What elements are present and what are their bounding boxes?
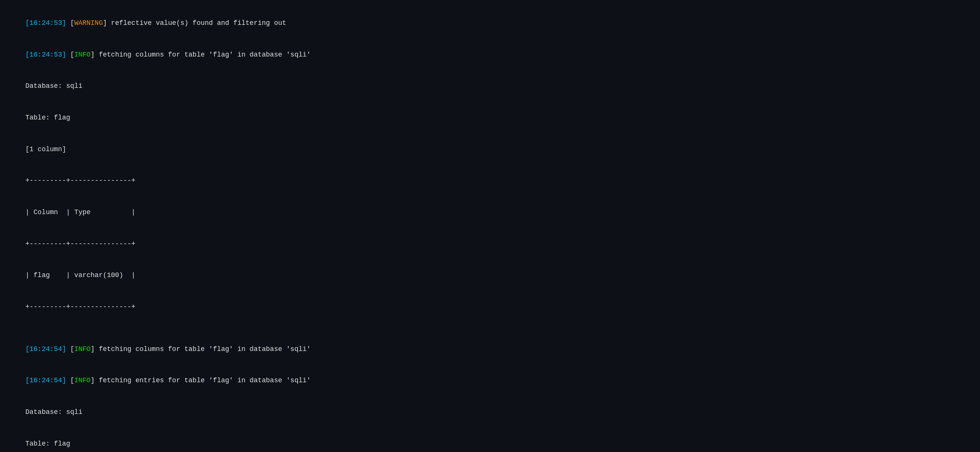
level-info-12: INFO: [74, 377, 91, 384]
text-border-3: +---------+---------------+: [25, 303, 135, 311]
level-warning-1: WARNING: [74, 19, 103, 27]
line-12: [16:24:54] [INFO] fetching entries for t…: [9, 365, 971, 396]
line-2: [16:24:53] [INFO] fetching columns for t…: [9, 39, 971, 71]
table-border-3: +---------+---------------+: [9, 292, 971, 323]
text-header: | Column | Type |: [25, 208, 135, 216]
timestamp-1: [16:24:53]: [25, 19, 66, 27]
text-row-1: | flag | varchar(100) |: [25, 271, 135, 279]
text-5: [1 column]: [25, 146, 66, 153]
table-border-2: +---------+---------------+: [9, 228, 971, 260]
line-4: Table: flag: [9, 102, 971, 134]
spacer-1: [9, 323, 971, 334]
text-13: Database: sqli: [25, 408, 82, 416]
text-3: Database: sqli: [25, 82, 82, 90]
text-11b: ] fetching columns for table 'flag' in d…: [91, 345, 310, 353]
text-12a: [: [66, 377, 74, 384]
line-5: [1 column]: [9, 134, 971, 165]
level-info-11: INFO: [74, 345, 91, 353]
line-13: Database: sqli: [9, 396, 971, 428]
text-11a: [: [66, 345, 74, 353]
text-14: Table: flag: [25, 440, 70, 447]
table-border-1: +---------+---------------+: [9, 165, 971, 197]
terminal-output: [16:24:53] [WARNING] reflective value(s)…: [9, 8, 971, 452]
text-1b: ] reflective value(s) found and filterin…: [103, 19, 286, 27]
table-row-1: | flag | varchar(100) |: [9, 260, 971, 292]
timestamp-12: [16:24:54]: [25, 377, 66, 384]
text-2b: ] fetching columns for table 'flag' in d…: [91, 51, 310, 59]
line-3: Database: sqli: [9, 70, 971, 102]
line-1: [16:24:53] [WARNING] reflective value(s)…: [9, 8, 971, 39]
level-info-2: INFO: [74, 51, 91, 59]
line-14: Table: flag: [9, 428, 971, 452]
text-2a: [: [66, 51, 74, 59]
timestamp-11: [16:24:54]: [25, 345, 66, 353]
line-11: [16:24:54] [INFO] fetching columns for t…: [9, 334, 971, 365]
timestamp-2: [16:24:53]: [25, 51, 66, 59]
text-1a: [: [66, 19, 74, 27]
text-4: Table: flag: [25, 114, 70, 121]
text-12b: ] fetching entries for table 'flag' in d…: [91, 377, 310, 384]
text-border-1: +---------+---------------+: [25, 177, 135, 184]
text-border-2: +---------+---------------+: [25, 240, 135, 248]
table-header: | Column | Type |: [9, 197, 971, 228]
